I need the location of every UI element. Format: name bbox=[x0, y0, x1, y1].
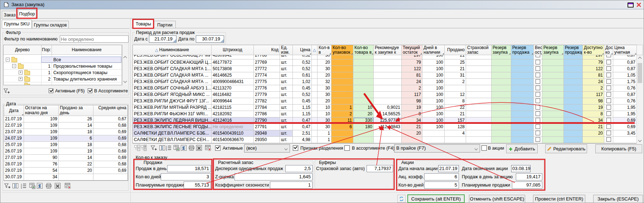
row-checkbox[interactable] bbox=[606, 66, 611, 71]
table-remove-icon[interactable] bbox=[64, 183, 71, 189]
refresh-button[interactable] bbox=[397, 195, 406, 203]
date-col-header[interactable]: Дата bbox=[4, 105, 24, 116]
date-row[interactable]: 25.07.19109180,68 bbox=[4, 142, 128, 148]
filter-plus-icon[interactable] bbox=[150, 145, 157, 151]
products-col-header[interactable]: Дней вналичии bbox=[422, 45, 445, 55]
products-col-header[interactable]: Кол-воупаковок bbox=[331, 45, 353, 55]
row-checkbox[interactable] bbox=[606, 137, 611, 142]
row-checkbox[interactable] bbox=[536, 105, 540, 110]
active-checkbox[interactable] bbox=[215, 145, 221, 151]
row-checkbox[interactable] bbox=[606, 98, 611, 103]
products-row[interactable]: РЕЗ.ЖЕВ.РИГЛИ МЯТНЫЙ РАЗРЯД ...421821152… bbox=[133, 105, 637, 111]
promo-checkbox[interactable] bbox=[481, 145, 487, 151]
razdel-checkbox[interactable] bbox=[293, 145, 298, 151]
field-input[interactable]: 7,17937 bbox=[367, 165, 393, 172]
left-splitter[interactable] bbox=[2, 97, 130, 97]
products-col-header[interactable]: Код bbox=[254, 45, 280, 55]
row-checkbox[interactable] bbox=[606, 105, 611, 110]
filter-plus-icon[interactable] bbox=[4, 183, 10, 189]
price-select[interactable]: В прайсе (F7) bbox=[394, 144, 480, 153]
products-col-header[interactable]: Цена bbox=[293, 45, 312, 55]
calc-table-icon[interactable] bbox=[29, 183, 35, 189]
products-row[interactable]: РЕЗ.ЖЕВ.ОРБИТ СЛАДКАЯ МЯТА 1...501738082… bbox=[133, 66, 637, 72]
field-input[interactable]: 21.07.19 bbox=[438, 165, 459, 172]
field-input[interactable]: 6 bbox=[424, 173, 459, 180]
row-checkbox[interactable] bbox=[536, 131, 540, 135]
tab-podbor[interactable]: Подбор bbox=[18, 10, 36, 19]
filter-by-name-input[interactable] bbox=[60, 35, 129, 43]
products-col-header[interactable]: Резервпродажа bbox=[564, 45, 583, 55]
add-button[interactable]: Добавить bbox=[506, 144, 538, 153]
products-row[interactable]: РЕЗ.ЖЕВ.РИГЛИ ФЬЮЖН 31Г WRI...4218209227… bbox=[133, 111, 637, 117]
row-checkbox[interactable] bbox=[536, 92, 540, 97]
tab-warehouse-groups[interactable]: Группы складов bbox=[32, 21, 69, 28]
tree-row[interactable]: −Все bbox=[4, 57, 122, 63]
edit-button[interactable]: Редактировать bbox=[545, 144, 587, 153]
field-input[interactable]: 1,645 bbox=[234, 173, 313, 180]
assortment-checkbox[interactable] bbox=[88, 88, 92, 93]
save-button[interactable]: Сохранить (alt ENTER) bbox=[407, 194, 465, 203]
products-col-header[interactable]: △Наименование bbox=[133, 45, 212, 55]
products-row[interactable]: РЕЗ.ЖЕВ.ЭКЛИПС ЛЕСНЫЕ ЯГОДЫ...Не определ… bbox=[133, 124, 637, 130]
products-col-header[interactable]: Резервпродажа bbox=[511, 45, 534, 55]
products-col-header[interactable]: Весост bbox=[534, 45, 542, 55]
date-row[interactable]: 23.07.19109180,69 bbox=[4, 129, 128, 135]
calc-table-icon[interactable] bbox=[173, 145, 180, 151]
tree-expand-icon[interactable] bbox=[141, 145, 147, 151]
products-row[interactable]: РЕЗ.ЖЕВ.ЭКЛИПС ЛЕДЯНАЯ ВИШН...4212401627… bbox=[133, 117, 637, 124]
close-button[interactable]: Закрыть (ESCAPE) bbox=[593, 195, 643, 203]
products-row[interactable]: САЛФЕТКИ ДЕТ.ВЛ.ПАМПЕРС БЭБ...4015400439… bbox=[133, 130, 637, 137]
table-remove-icon[interactable] bbox=[205, 145, 211, 151]
assort-f4-checkbox[interactable] bbox=[344, 145, 350, 151]
row-checkbox[interactable] bbox=[606, 55, 611, 57]
products-col-header[interactable]: △ bbox=[312, 45, 318, 55]
row-checkbox[interactable] bbox=[536, 118, 540, 122]
tree-collapse-icon[interactable] bbox=[134, 145, 141, 151]
active-f5-checkbox[interactable] bbox=[49, 88, 53, 93]
row-checkbox[interactable] bbox=[606, 92, 611, 97]
row-checkbox[interactable] bbox=[536, 98, 540, 103]
row-checkbox[interactable] bbox=[606, 111, 611, 116]
products-col-header[interactable]: Доско bbox=[604, 45, 613, 55]
products-col-header[interactable]: Ед.изм. bbox=[280, 45, 293, 55]
row-checkbox[interactable] bbox=[536, 111, 540, 116]
row-checkbox[interactable] bbox=[606, 60, 611, 64]
date-row[interactable]: 21.07.19109260,67 bbox=[4, 116, 128, 122]
date-from-picker-icon[interactable] bbox=[173, 39, 176, 42]
row-checkbox[interactable] bbox=[606, 124, 611, 129]
date-row[interactable]: 29.07.1954200,69 bbox=[4, 168, 128, 174]
field-input[interactable]: 97,085 bbox=[512, 182, 542, 189]
products-row[interactable]: РЕЗ.ЖЕВ.ОРБИТ ЯГОДНЫЙ МИКС ...4611648227… bbox=[133, 92, 637, 98]
tab-tovary[interactable]: Товары bbox=[133, 20, 154, 28]
products-row[interactable]: РЕЗ.ЖЕВ.ОРБИТ ОСВЕЖАЮЩИЙ Ц...46177872277… bbox=[133, 59, 637, 66]
date-from-input[interactable]: 21.07.19 bbox=[149, 35, 176, 43]
field-input[interactable]: 5 bbox=[424, 182, 459, 189]
cancel-button[interactable]: Отменить (shift ESCAPE) bbox=[469, 195, 525, 203]
collapse-icon[interactable]: − bbox=[12, 64, 16, 68]
row-checkbox[interactable] bbox=[536, 79, 540, 84]
products-row[interactable]: САЛФЕТКИ ДЕТ.ВЛ.ПАМПЕРС СЕН...4015400636… bbox=[133, 137, 637, 143]
field-input[interactable]: 03.08.19 bbox=[511, 165, 531, 172]
products-col-header[interactable]: Штрихкод bbox=[212, 45, 254, 55]
products-col-header[interactable]: Страховойзапас bbox=[466, 45, 492, 55]
numbered-list-icon[interactable]: 123 bbox=[20, 183, 27, 189]
date-row[interactable]: 30.07.1934 bbox=[4, 174, 128, 180]
row-checkbox[interactable] bbox=[606, 86, 611, 90]
row-checkbox[interactable] bbox=[536, 124, 540, 129]
row-checkbox[interactable] bbox=[536, 55, 540, 57]
row-checkbox[interactable] bbox=[536, 73, 540, 77]
maximize-icon[interactable] bbox=[628, 3, 634, 8]
products-col-header[interactable]: Резервзакупка bbox=[542, 45, 564, 55]
products-col-header[interactable]: Рекомендуек закупке к bbox=[374, 45, 402, 55]
products-row[interactable]: РЕЗ.ЖЕВ.ОРБИТ ОСВЕЖАЮЩ.УГ МИ...426099422… bbox=[133, 55, 637, 59]
all-select[interactable]: (все) bbox=[244, 144, 290, 153]
products-col-header[interactable]: Доступнок-во bbox=[583, 45, 604, 55]
products-scroll-up-icon[interactable] bbox=[639, 57, 641, 59]
field-input[interactable]: 3 bbox=[161, 173, 211, 180]
columns-icon[interactable] bbox=[12, 183, 19, 189]
field-input[interactable]: 18,571 bbox=[167, 165, 211, 172]
products-scroll-down-icon[interactable] bbox=[639, 139, 641, 142]
products-row[interactable]: РЕЗ.ЖЕВ.РИГЛИ ДЖУСИ ФРУТ 13Г...400996442… bbox=[133, 98, 637, 105]
date-col-header[interactable]: Средняя цена bbox=[93, 105, 128, 116]
date-to-input[interactable]: 30.07.19 bbox=[196, 35, 224, 43]
